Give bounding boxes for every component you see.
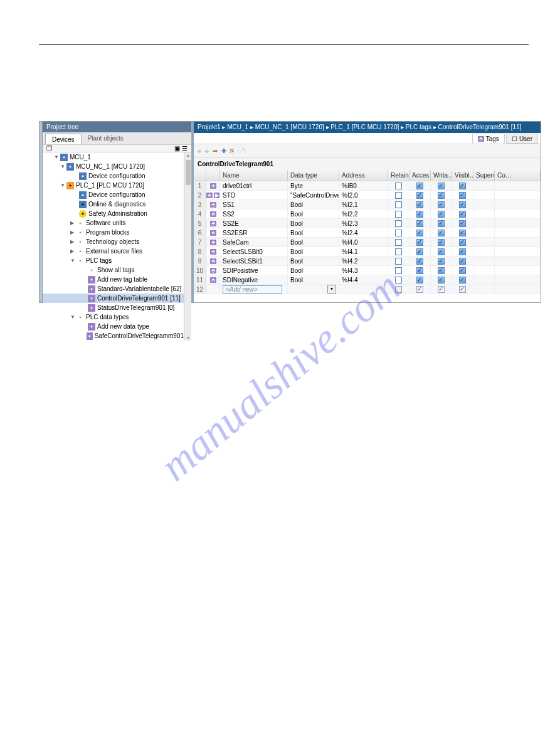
table-row[interactable]: 7⬘SafeCamBool%I4.0 — [194, 238, 541, 247]
tree-node[interactable]: ▪Standard-Variablentabelle [62] — [43, 284, 184, 294]
visib-checkbox[interactable] — [459, 230, 466, 236]
tree-expand-icon[interactable]: ▣ ☰ — [174, 145, 188, 152]
access-checkbox[interactable] — [416, 277, 423, 283]
tb-icon-2[interactable]: ⟐ — [205, 147, 209, 154]
retain-checkbox[interactable] — [395, 220, 402, 227]
visib-checkbox[interactable] — [459, 211, 466, 218]
tree-node[interactable]: ▼▪MCU_1 — [43, 152, 184, 162]
retain-checkbox[interactable] — [395, 211, 402, 218]
table-row[interactable]: 11⬘SDINegativeBool%I4.4 — [194, 275, 541, 285]
table-row[interactable]: 4⬘SS2Bool%I2.2 — [194, 209, 541, 219]
visib-checkbox[interactable] — [459, 220, 466, 227]
writa-checkbox[interactable] — [438, 192, 445, 199]
tb-icon-3[interactable]: ➡ — [213, 147, 218, 154]
retain-checkbox[interactable] — [395, 277, 402, 283]
tb-icon-1[interactable]: ⟐ — [198, 147, 201, 154]
retain-checkbox[interactable] — [395, 183, 402, 189]
visib-checkbox[interactable] — [459, 192, 466, 199]
breadcrumb[interactable]: Projekt1 ▸ MCU_1 ▸ MCU_NC_1 [MCU 1720] ▸… — [194, 122, 541, 133]
retain-checkbox[interactable] — [395, 258, 402, 265]
tree-node[interactable]: ▪Add new tag table — [43, 275, 184, 284]
project-tree[interactable]: ▼▪MCU_1▼▪MCU_NC_1 [MCU 1720]▪Device conf… — [43, 152, 184, 341]
tree-node[interactable]: ▪Safety Administration — [43, 209, 184, 218]
visib-checkbox[interactable] — [459, 239, 466, 246]
writa-checkbox[interactable] — [438, 201, 445, 208]
tree-node[interactable]: ▼▪MCU_NC_1 [MCU 1720] — [43, 162, 184, 171]
writa-checkbox[interactable] — [438, 258, 445, 265]
visib-checkbox[interactable] — [459, 248, 466, 255]
retain-checkbox[interactable] — [395, 239, 402, 246]
tree-node[interactable]: ▪ControlDriveTelegram901 [11] — [43, 294, 184, 303]
writa-checkbox[interactable] — [438, 239, 445, 246]
visib-checkbox[interactable] — [459, 286, 466, 293]
access-checkbox[interactable] — [416, 220, 423, 227]
retain-checkbox[interactable] — [395, 230, 402, 236]
tree-node[interactable]: ▪StatusDriveTelegram901 [0] — [43, 303, 184, 312]
tab-plant-objects[interactable]: Plant objects — [82, 132, 130, 144]
tree-node[interactable]: ▶▪Technology objects — [43, 237, 184, 246]
visib-checkbox[interactable] — [459, 183, 466, 189]
tree-node[interactable]: ▼▪PLC data types — [43, 312, 184, 322]
col-writable[interactable]: Writa… — [431, 170, 452, 181]
col-comment[interactable]: Co… — [495, 170, 541, 181]
tree-scrollbar[interactable] — [184, 152, 191, 341]
writa-checkbox[interactable] — [438, 277, 445, 283]
access-checkbox[interactable] — [416, 286, 423, 293]
tb-icon-4[interactable]: ✚ — [221, 147, 226, 154]
table-row[interactable]: 1⬘drive01ctrlByte%IB0 — [194, 181, 541, 191]
table-row[interactable]: 9⬘SelectSLSBit1Bool%I4.2 — [194, 257, 541, 266]
tree-node[interactable]: ▪Show all tags — [43, 265, 184, 275]
writa-checkbox[interactable] — [438, 220, 445, 227]
visib-checkbox[interactable] — [459, 258, 466, 265]
tb-icon-6[interactable]: 📄 — [238, 147, 245, 154]
col-retain[interactable]: Retain — [388, 170, 409, 181]
tree-node[interactable]: ▪Online & diagnostics — [43, 199, 184, 209]
table-row[interactable]: 8⬘SelectSLSBit0Bool%I4.1 — [194, 247, 541, 257]
tab-user[interactable]: ☐User — [506, 134, 538, 144]
col-address[interactable]: Address — [339, 170, 388, 181]
add-new-row[interactable]: 12 <Add new> ▾ — [194, 285, 541, 294]
writa-checkbox[interactable] — [438, 230, 445, 236]
table-row[interactable]: 3⬘SS1Bool%I2.1 — [194, 200, 541, 209]
writa-checkbox[interactable] — [438, 211, 445, 218]
access-checkbox[interactable] — [416, 267, 423, 274]
retain-checkbox[interactable] — [395, 248, 402, 255]
tree-node[interactable]: ▪Device configuration — [43, 190, 184, 199]
table-row[interactable]: 6⬘SS2ESRBool%I2.4 — [194, 228, 541, 238]
col-visible[interactable]: Visibl… — [452, 170, 473, 181]
access-checkbox[interactable] — [416, 230, 423, 236]
writa-checkbox[interactable] — [438, 248, 445, 255]
retain-checkbox[interactable] — [395, 201, 402, 208]
access-checkbox[interactable] — [416, 211, 423, 218]
table-row[interactable]: 10⬘SDIPosistiveBool%I4.3 — [194, 266, 541, 275]
access-checkbox[interactable] — [416, 192, 423, 199]
visib-checkbox[interactable] — [459, 267, 466, 274]
tree-node[interactable]: ▶▪Program blocks — [43, 228, 184, 237]
col-supervis[interactable]: Supervis… — [473, 170, 495, 181]
tab-tags[interactable]: ⬘Tags — [472, 134, 505, 144]
table-row[interactable]: 2⬘▶STO"SafeControlDriveTel…%I2.0 — [194, 191, 541, 200]
table-row[interactable]: 5⬘SS2EBool%I2.3 — [194, 219, 541, 228]
retain-checkbox[interactable] — [395, 286, 402, 293]
access-checkbox[interactable] — [416, 183, 423, 189]
col-name[interactable]: Name — [220, 170, 288, 181]
tb-icon-5[interactable]: ⎘ — [230, 147, 234, 154]
tree-node[interactable]: ▪Add new data type — [43, 322, 184, 331]
tree-node[interactable]: ▼▪PLC_1 [PLC MCU 1720] — [43, 181, 184, 190]
access-checkbox[interactable] — [416, 248, 423, 255]
retain-checkbox[interactable] — [395, 267, 402, 274]
writa-checkbox[interactable] — [438, 267, 445, 274]
access-checkbox[interactable] — [416, 239, 423, 246]
visib-checkbox[interactable] — [459, 201, 466, 208]
tree-node[interactable]: ▪SafeControlDriveTelegramm901 — [43, 331, 184, 341]
add-new-input[interactable]: <Add new> — [223, 285, 282, 294]
access-checkbox[interactable] — [416, 201, 423, 208]
tree-node[interactable]: ▼▪PLC tags — [43, 256, 184, 265]
tree-node[interactable]: ▪Device configuration — [43, 171, 184, 181]
datatype-dropdown-icon[interactable]: ▾ — [327, 285, 336, 294]
retain-checkbox[interactable] — [395, 192, 402, 199]
tree-node[interactable]: ▶▪External source files — [43, 246, 184, 256]
access-checkbox[interactable] — [416, 258, 423, 265]
writa-checkbox[interactable] — [438, 183, 445, 189]
tab-devices[interactable]: Devices — [45, 134, 82, 144]
